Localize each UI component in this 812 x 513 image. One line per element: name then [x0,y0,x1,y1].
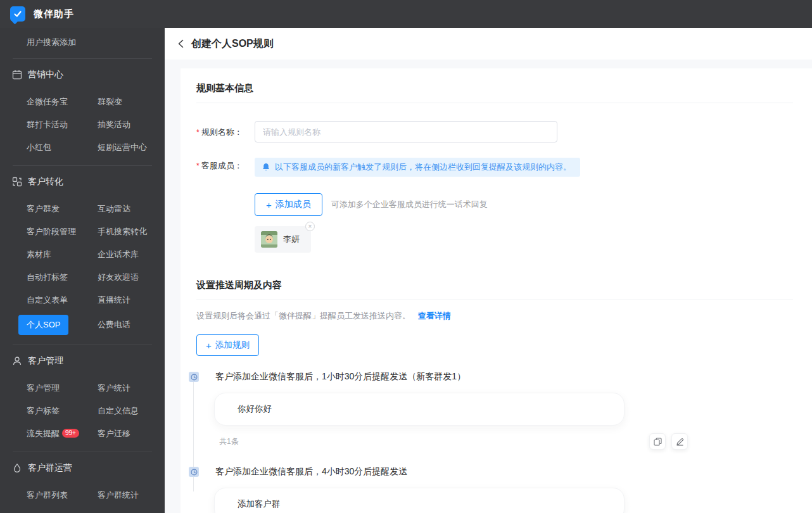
calendar-icon [12,70,22,80]
bell-icon [262,163,270,172]
staff-label-text: 客服成员： [201,161,243,170]
staff-banner-text: 以下客服成员的新客户触发了规则后，将在侧边栏收到回复提醒及该规则的内容。 [275,162,571,173]
copy-icon [654,438,662,446]
staff-info-banner: 以下客服成员的新客户触发了规则后，将在侧边栏收到回复提醒及该规则的内容。 [255,158,580,177]
section-title-basic-info: 规则基本信息 [196,82,793,103]
sidebar: 用户搜索添加 营销中心 企微任务宝 群裂变 群打卡活动 抽奖活动 小红包 短剧运… [0,28,165,513]
sidebar-group-marketing: 企微任务宝 群裂变 群打卡活动 抽奖活动 小红包 短剧运营中心 [0,89,165,164]
sidebar-item[interactable]: 抽奖活动 [98,119,130,130]
member-name: 李妍 [283,234,300,245]
rule-name-label: *规则名称： [196,121,255,142]
required-star: * [196,162,200,170]
sidebar-item[interactable]: 互动雷达 [98,203,130,215]
sidebar-section-label: 客户群运营 [28,462,72,474]
sidebar-group-group-ops: 客户群列表 客户群统计 客户群标签 客户群群发 [0,483,165,513]
add-rule-label: 添加规则 [215,339,250,351]
sidebar-item[interactable]: 客户群发 [27,203,98,215]
sidebar-item[interactable]: 短剧运营中心 [98,142,147,153]
main-content: 规则基本信息 *规则名称： *客服成员： 以下客服成员的新客户触发了规则后，将在… [165,60,812,513]
rule-item: 客户添加企业微信客服后，4小时30分后提醒发送 添加客户群 [189,466,793,513]
sidebar-section-label: 客户转化 [28,176,63,187]
sidebar-item[interactable]: 群打卡活动 [27,119,98,130]
sidebar-item[interactable]: 客户群统计 [98,490,139,501]
close-icon[interactable]: × [305,222,315,231]
transform-icon [12,177,22,187]
back-button[interactable] [177,39,186,48]
sidebar-section-conversion[interactable]: 客户转化 [0,167,165,196]
sidebar-item[interactable]: 企业话术库 [98,249,139,260]
rule-title: 客户添加企业微信客服后，4小时30分后提醒发送 [215,466,407,478]
rule-message-card[interactable]: 添加客户群 [214,488,625,513]
sidebar-item-user-search-add[interactable]: 用户搜索添加 [0,28,165,57]
sidebar-group-conversion: 客户群发 互动雷达 客户阶段管理 手机搜索转化 素材库 企业话术库 自动打标签 … [0,196,165,343]
rule-name-label-text: 规则名称： [201,127,243,137]
sidebar-item[interactable]: 企微任务宝 [27,96,98,108]
person-icon [12,356,22,366]
edit-pencil-icon [676,438,684,446]
rule-title: 客户添加企业微信客服后，1小时30分后提醒发送（新客群发1） [215,371,466,383]
sidebar-item[interactable]: 客户标签 [27,405,98,417]
rule-name-row: *规则名称： [196,121,793,142]
member-chip: 李妍 × [255,226,311,253]
sidebar-item-personal-sop[interactable]: 个人SOP [18,315,68,335]
add-rule-button[interactable]: + 添加规则 [196,334,259,356]
sidebar-item[interactable]: 素材库 [27,249,98,260]
sidebar-item[interactable]: 好友欢迎语 [98,272,139,283]
notification-badge: 99+ [62,429,79,438]
sidebar-item[interactable]: 小红包 [27,142,98,153]
sidebar-item[interactable]: 自定义信息 [98,405,139,417]
required-star: * [196,128,200,137]
rule-message-text: 你好你好 [238,403,272,415]
sidebar-item[interactable]: 客户统计 [98,383,130,394]
add-member-label: 添加成员 [276,199,311,210]
sidebar-divider [13,58,152,59]
copy-button[interactable] [649,433,666,450]
edit-button[interactable] [671,433,688,450]
sidebar-group-customer-mgmt: 客户管理 客户统计 客户标签 自定义信息 流失提醒99+ 客户迁移 [0,376,165,450]
staff-member-row: *客服成员： 以下客服成员的新客户触发了规则后，将在侧边栏收到回复提醒及该规则的… [196,158,793,253]
sidebar-item[interactable]: 客户阶段管理 [27,226,98,238]
sidebar-item[interactable]: 直播统计 [98,294,130,306]
sidebar-divider [13,452,152,452]
app-logo-check-icon [10,6,25,22]
sidebar-section-label: 营销中心 [28,69,63,80]
sidebar-section-customer-mgmt[interactable]: 客户管理 [0,346,165,376]
rules-timeline: 客户添加企业微信客服后，1小时30分后提醒发送（新客群发1） 你好你好 共1条 [189,371,793,513]
sidebar-item[interactable]: 自动打标签 [27,272,98,283]
rule-count: 共1条 [219,436,239,447]
sidebar-divider [13,345,152,345]
rule-item: 客户添加企业微信客服后，1小时30分后提醒发送（新客群发1） 你好你好 共1条 [189,371,793,450]
sidebar-item-churn-reminder[interactable]: 流失提醒99+ [27,428,98,440]
rule-message-text: 添加客户群 [238,498,281,510]
sidebar-item[interactable]: 群裂变 [98,96,122,108]
form-card: 规则基本信息 *规则名称： *客服成员： 以下客服成员的新客户触发了规则后，将在… [181,68,812,513]
sidebar-section-marketing[interactable]: 营销中心 [0,60,165,89]
sidebar-divider [13,165,152,166]
page-title: 创建个人SOP规则 [191,37,274,51]
rule-message-card[interactable]: 你好你好 [214,393,625,426]
push-description: 设置规则后将会通过「微伴提醒」提醒员工发送推送内容。 查看详情 [196,310,793,322]
sidebar-section-label: 客户管理 [28,355,63,367]
view-details-link[interactable]: 查看详情 [418,311,451,320]
staff-label: *客服成员： [196,158,255,253]
page-header: 创建个人SOP规则 [165,28,812,60]
sidebar-item-label: 流失提醒 [27,429,60,438]
sidebar-item[interactable]: 自定义表单 [27,294,98,306]
clock-icon [189,467,199,477]
sidebar-item[interactable]: 手机搜索转化 [98,226,147,238]
water-drop-icon [12,463,22,473]
plus-icon: + [266,200,272,210]
app-name: 微伴助手 [34,8,74,20]
sidebar-section-group-ops[interactable]: 客户群运营 [0,453,165,483]
rule-name-input[interactable] [255,121,557,142]
section-title-push-settings: 设置推送周期及内容 [196,279,793,300]
sidebar-item[interactable]: 客户管理 [27,383,98,394]
add-member-hint: 可添加多个企业客服成员进行统一话术回复 [331,199,488,210]
back-chevron-icon [177,39,186,48]
sidebar-item[interactable]: 公费电话 [98,319,130,331]
clock-icon [189,372,199,382]
sidebar-item[interactable]: 客户迁移 [98,428,130,440]
add-member-button[interactable]: + 添加成员 [255,193,322,216]
push-description-text: 设置规则后将会通过「微伴提醒」提醒员工发送推送内容。 [196,311,410,320]
sidebar-item[interactable]: 客户群列表 [27,490,98,501]
